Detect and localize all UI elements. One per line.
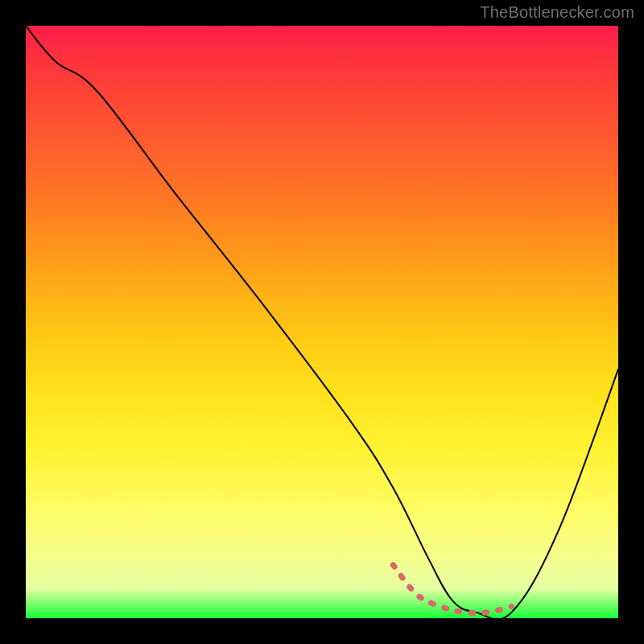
chart-frame: TheBottlenecker.com xyxy=(0,0,644,644)
chart-overlay xyxy=(26,26,618,618)
attribution-text: TheBottlenecker.com xyxy=(480,3,634,22)
bottleneck-curve xyxy=(26,26,618,620)
optimal-region-marker xyxy=(393,565,511,613)
